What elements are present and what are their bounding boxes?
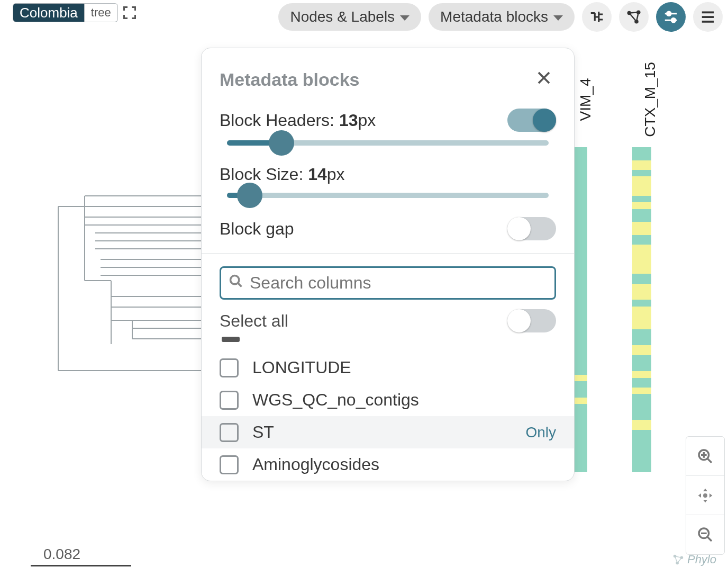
- column-label: ST: [252, 422, 274, 442]
- viewmode-chip[interactable]: tree: [85, 3, 118, 22]
- checkbox[interactable]: [220, 391, 239, 410]
- list-item[interactable]: LONGITUDE: [202, 352, 574, 384]
- checkbox[interactable]: [220, 423, 239, 442]
- block-headers-slider[interactable]: [227, 140, 549, 146]
- only-button[interactable]: Only: [525, 424, 556, 441]
- columns-list: LONGITUDE WGS_QC_no_contigs ST Only Amin…: [202, 337, 574, 481]
- tree-layout-button[interactable]: [582, 2, 612, 32]
- popover-title: Metadata blocks: [220, 69, 532, 90]
- list-item[interactable]: ST Only: [202, 416, 574, 448]
- close-icon[interactable]: [532, 66, 556, 93]
- checkbox[interactable]: [220, 358, 239, 377]
- block-headers-toggle[interactable]: [507, 109, 556, 132]
- zoom-controls: [686, 436, 725, 555]
- block-gap-label: Block gap: [220, 219, 294, 239]
- network-button[interactable]: [619, 2, 649, 32]
- list-item[interactable]: WGS_QC_no_contigs: [202, 384, 574, 416]
- select-all-toggle[interactable]: [507, 309, 556, 332]
- hamburger-menu-button[interactable]: [693, 2, 723, 32]
- search-icon: [229, 274, 243, 292]
- search-columns-input[interactable]: [250, 273, 547, 293]
- tree-viewer-canvas: Colombia tree Nodes & Labels Metadata bl…: [0, 0, 728, 576]
- phylo-watermark: Phylo: [672, 553, 716, 566]
- fullscreen-icon[interactable]: [123, 6, 136, 19]
- checkbox[interactable]: [220, 455, 239, 474]
- list-item[interactable]: Aminoglycosides: [202, 448, 574, 481]
- scale-bar: 0.082: [31, 546, 131, 566]
- block-gap-toggle[interactable]: [507, 217, 556, 240]
- metadata-blocks-dropdown[interactable]: Metadata blocks: [429, 3, 575, 31]
- settings-sliders-button[interactable]: [656, 2, 686, 32]
- zoom-in-button[interactable]: [686, 437, 724, 476]
- block-size-label: Block Size: 14px: [220, 165, 345, 184]
- slider-thumb[interactable]: [237, 183, 262, 208]
- scale-value: 0.082: [43, 546, 80, 563]
- chevron-down-icon: [553, 15, 563, 21]
- block-size-slider[interactable]: [227, 193, 549, 198]
- phylogeny-tree[interactable]: [5, 32, 206, 561]
- slider-thumb[interactable]: [269, 130, 294, 156]
- tree-branches: [5, 32, 206, 402]
- svg-point-3: [667, 12, 671, 16]
- column-label: WGS_QC_no_contigs: [252, 390, 419, 410]
- tree-title-chips: Colombia tree: [13, 3, 136, 22]
- chevron-down-icon: [400, 15, 410, 21]
- pan-button[interactable]: [686, 476, 724, 515]
- block-headers-label: Block Headers: 13px: [220, 111, 376, 130]
- list-item[interactable]: [202, 337, 574, 352]
- partial-bar-icon: [222, 337, 240, 342]
- block-col-ctxm15[interactable]: CTX_M_15: [604, 100, 679, 472]
- zoom-out-button[interactable]: [686, 515, 724, 554]
- svg-point-28: [231, 276, 239, 284]
- column-label: LONGITUDE: [252, 358, 351, 377]
- svg-point-4: [671, 19, 676, 23]
- search-columns-input-wrapper[interactable]: [220, 266, 556, 300]
- column-label: Aminoglycosides: [252, 455, 379, 474]
- nodes-labels-dropdown[interactable]: Nodes & Labels: [278, 3, 421, 31]
- divider: [202, 253, 574, 254]
- nodes-labels-dropdown-label: Nodes & Labels: [290, 8, 395, 25]
- toolbar: Nodes & Labels Metadata blocks: [278, 2, 723, 32]
- location-chip[interactable]: Colombia: [13, 3, 85, 22]
- metadata-blocks-dropdown-label: Metadata blocks: [440, 8, 548, 25]
- scale-line: [31, 565, 131, 566]
- block-cells: [632, 147, 651, 472]
- select-all-label: Select all: [220, 311, 288, 331]
- svg-point-30: [703, 493, 707, 498]
- metadata-blocks-popover: Metadata blocks Block Headers: 13px Bloc…: [201, 48, 575, 481]
